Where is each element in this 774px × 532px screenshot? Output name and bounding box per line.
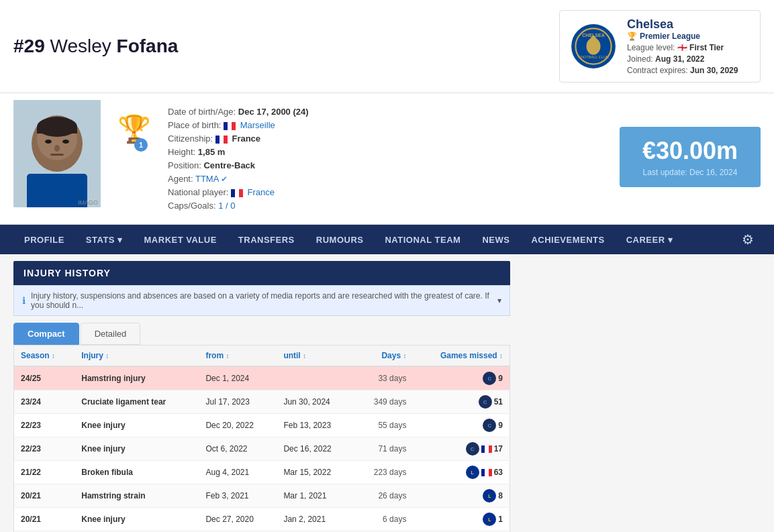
table-row: 20/21Knee injuryDec 27, 2020Jan 2, 20216… (14, 508, 510, 531)
nav-national-team[interactable]: NATIONAL TEAM (374, 225, 471, 254)
svg-text:FOOTBALL CLUB: FOOTBALL CLUB (578, 55, 609, 59)
cell-days: 33 days (354, 366, 413, 390)
citizenship-flag (215, 136, 228, 144)
info-icon: ℹ (22, 295, 26, 306)
table-row: 22/23Knee injuryDec 20, 2022Feb 13, 2023… (14, 414, 510, 437)
cell-games: L8 (413, 484, 510, 508)
col-injury[interactable]: Injury ↕ (75, 345, 199, 367)
player-details: Date of birth/Age: Dec 17, 2000 (24) Pla… (168, 100, 606, 214)
nav-market-value[interactable]: MARKET VALUE (134, 225, 228, 254)
col-until[interactable]: until ↕ (277, 345, 354, 367)
cell-days: 349 days (354, 390, 413, 414)
svg-point-5 (589, 37, 597, 44)
photo-label: IMAGO (78, 199, 98, 206)
nav-news[interactable]: NEWS (471, 225, 520, 254)
fr-flag-icon (481, 469, 492, 476)
cell-until: Mar 1, 2021 (277, 484, 354, 508)
caps-row: Caps/Goals: 1 / 0 (168, 201, 606, 211)
height-row: Height: 1,85 m (168, 147, 606, 157)
cell-until: Feb 13, 2023 (277, 414, 354, 437)
info-text: Injury history, suspensions and absences… (31, 291, 492, 310)
position-row: Position: Centre-Back (168, 160, 606, 170)
col-days[interactable]: Days ↕ (354, 345, 413, 367)
stats-arrow-icon: ▾ (117, 235, 123, 245)
player-title: #29 Wesley Fofana (13, 36, 178, 57)
player-info-section: + IMAGO 🏆 1 Date of birth/Age: Dec 1 (0, 93, 774, 225)
cell-games: C9 (413, 414, 510, 437)
pob-flag (224, 122, 236, 130)
cell-days: 223 days (354, 461, 413, 484)
season-sort-icon: ↕ (52, 352, 55, 360)
nav-stats[interactable]: STATS ▾ (75, 225, 134, 254)
svg-point-12 (45, 140, 52, 144)
agent-row: Agent: TTMA ✔ (168, 174, 606, 184)
cell-days: 55 days (354, 414, 413, 437)
injury-tabs: Compact Detailed (13, 323, 510, 345)
cell-from: Feb 3, 2021 (199, 484, 277, 508)
national-link[interactable]: France (248, 187, 275, 197)
national-flag (231, 189, 243, 197)
nav-career[interactable]: CAREER ▾ (616, 225, 683, 254)
citizenship-row: Citizenship: France (168, 134, 606, 144)
club-info-box: CHELSEA FOOTBALL CLUB Chelsea 🏆 Premier … (559, 10, 761, 83)
market-value-label: Last update: Dec 16, 2024 (633, 168, 747, 177)
cell-season: 20/21 (14, 484, 75, 508)
cell-from: Dec 1, 2024 (199, 366, 277, 390)
cell-injury: Knee injury (75, 414, 199, 437)
nav-rumours[interactable]: RUMOURS (305, 225, 375, 254)
pob-link[interactable]: Marseille (240, 120, 275, 130)
cell-until: Dec 16, 2022 (277, 437, 354, 461)
days-sort-icon: ↕ (403, 352, 406, 360)
chelsea-badge-icon: C (479, 395, 492, 409)
table-row: 23/24Cruciate ligament tearJul 17, 2023J… (14, 390, 510, 414)
club-name[interactable]: Chelsea (627, 17, 738, 32)
cell-injury: Hamstring strain (75, 484, 199, 508)
chelsea-badge-icon: C (483, 419, 496, 432)
tab-detailed[interactable]: Detailed (81, 323, 141, 345)
cell-injury: Hamstring injury (75, 366, 199, 390)
chelsea-badge-icon: C (483, 372, 496, 385)
dob-row: Date of birth/Age: Dec 17, 2000 (24) (168, 107, 606, 117)
player-photo: + IMAGO (13, 100, 101, 207)
col-from[interactable]: from ↕ (199, 345, 277, 367)
cell-days: 26 days (354, 484, 413, 508)
fr-flag-icon (481, 445, 492, 453)
nav-transfers[interactable]: TRANSFERS (228, 225, 305, 254)
info-expand-icon[interactable]: ▾ (497, 296, 501, 305)
cell-season: 20/21 (14, 508, 75, 531)
col-season[interactable]: Season ↕ (14, 345, 75, 367)
cell-injury: Knee injury (75, 437, 199, 461)
agent-link[interactable]: TTMA (195, 174, 219, 184)
settings-icon[interactable]: ⚙ (735, 225, 761, 254)
player-last-name: Fofana (117, 36, 179, 56)
cell-until: Mar 15, 2022 (277, 461, 354, 484)
cell-games: C51 (413, 390, 510, 414)
cell-days: 6 days (354, 508, 413, 531)
tab-compact[interactable]: Compact (13, 323, 79, 345)
cell-injury: Broken fibula (75, 461, 199, 484)
cell-until: Jun 30, 2024 (277, 390, 354, 414)
table-row: 21/22Broken fibulaAug 4, 2021Mar 15, 202… (14, 461, 510, 484)
club-league-level: League level: 🏴󠁧󠁢󠁥󠁮󠁧󠁿 First Tier (627, 43, 738, 52)
table-row: 24/25Hamstring injuryDec 1, 202433 daysC… (14, 366, 510, 390)
cell-season: 21/22 (14, 461, 75, 484)
cell-games: C17 (413, 437, 510, 461)
nav-achievements[interactable]: ACHIEVEMENTS (520, 225, 615, 254)
table-row: 22/23Knee injuryOct 6, 2022Dec 16, 20227… (14, 437, 510, 461)
pob-row: Place of birth: Marseille (168, 120, 606, 130)
injury-history-title: INJURY HISTORY (13, 261, 510, 285)
from-sort-icon: ↕ (226, 352, 229, 360)
cell-season: 22/23 (14, 437, 75, 461)
player-number: #29 (13, 36, 45, 56)
col-games[interactable]: Games missed ↕ (413, 345, 510, 367)
club-joined: Joined: Aug 31, 2022 (627, 54, 738, 64)
leicester-badge-icon: L (466, 466, 479, 479)
cell-season: 24/25 (14, 366, 75, 390)
caps-link[interactable]: 1 / 0 (218, 201, 235, 211)
table-row: 20/21Hamstring strainFeb 3, 2021Mar 1, 2… (14, 484, 510, 508)
trophy-section: 🏆 1 (114, 100, 154, 152)
svg-point-14 (54, 145, 60, 152)
nav-bar: PROFILE STATS ▾ MARKET VALUE TRANSFERS R… (0, 225, 774, 254)
nav-profile[interactable]: PROFILE (13, 225, 75, 254)
cell-injury: Knee injury (75, 508, 199, 531)
